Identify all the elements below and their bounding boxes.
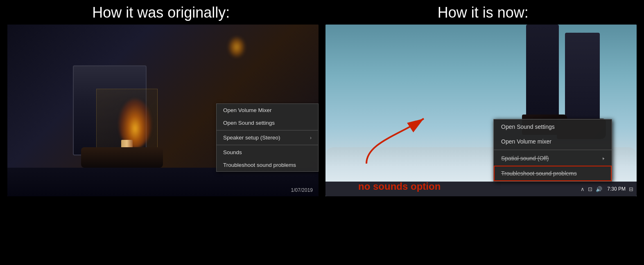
ctx-open-volume-mixer[interactable]: Open Volume Mixer: [217, 104, 318, 117]
taskbar-time: 7:30 PM: [607, 186, 626, 192]
ctx-r-spatial-arrow: ›: [602, 155, 604, 162]
taskbar-system-icons: ∧ ⊡ 🔊 7:30 PM ⊟: [581, 186, 633, 192]
floor: [7, 168, 319, 196]
panels-container: 1/07/2019 Open Volume Mixer Open Sound s…: [0, 25, 644, 265]
ctx-r-open-volume-mixer-label: Open Volume mixer: [501, 138, 551, 145]
lantern-body: [73, 65, 147, 155]
taskbar-calendar-icon: ⊟: [629, 186, 633, 192]
taskbar-volume-icon: 🔊: [596, 186, 602, 192]
top-labels-row: How it was originally: How it is now:: [0, 0, 644, 25]
no-sounds-annotation: no sounds option: [358, 181, 441, 192]
ctx-speaker-setup-arrow: ›: [310, 135, 312, 141]
right-screenshot: ∧ ⊡ 🔊 7:30 PM ⊟ Open Sound settings Open…: [325, 25, 637, 196]
ctx-troubleshoot[interactable]: Troubleshoot sound problems: [217, 159, 318, 171]
right-title: How it is now:: [322, 4, 644, 21]
ctx-r-open-sound-settings-label: Open Sound settings: [501, 124, 555, 130]
left-context-menu: Open Volume Mixer Open Sound settings Sp…: [216, 103, 319, 172]
date-stamp: 1/07/2019: [291, 187, 313, 193]
ctx-sounds[interactable]: Sounds: [217, 146, 318, 159]
lantern: [56, 49, 163, 180]
ctx-open-sound-settings[interactable]: Open Sound settings: [217, 117, 318, 129]
ctx-speaker-setup-label: Speaker setup (Stereo): [223, 135, 280, 141]
ctx-r-open-sound-settings[interactable]: Open Sound settings: [494, 119, 612, 134]
ctx-separator-2: [217, 145, 318, 145]
ctx-separator-1: [217, 130, 318, 130]
taskbar-chevron-icon: ∧: [581, 186, 585, 192]
ctx-r-separator: [494, 150, 612, 150]
ctx-r-open-volume-mixer[interactable]: Open Volume mixer: [494, 134, 612, 149]
taskbar-network-icon: ⊡: [588, 186, 592, 192]
ctx-speaker-setup[interactable]: Speaker setup (Stereo) ›: [217, 131, 318, 144]
right-context-menu: Open Sound settings Open Volume mixer Sp…: [493, 119, 612, 182]
ctx-r-spatial-sound[interactable]: Spatial sound (Off) ›: [494, 151, 612, 166]
lantern-base: [81, 147, 163, 168]
left-screenshot: 1/07/2019 Open Volume Mixer Open Sound s…: [7, 25, 319, 196]
legs-silhouette: [489, 25, 612, 131]
ctx-r-troubleshoot[interactable]: Troubleshoot sound problems: [494, 166, 612, 181]
ctx-r-troubleshoot-label: Troubleshoot sound problems: [501, 170, 577, 177]
left-title: How it was originally:: [0, 4, 322, 21]
top-candle-glow: [228, 37, 245, 57]
ctx-r-spatial-sound-label: Spatial sound (Off): [501, 155, 549, 162]
